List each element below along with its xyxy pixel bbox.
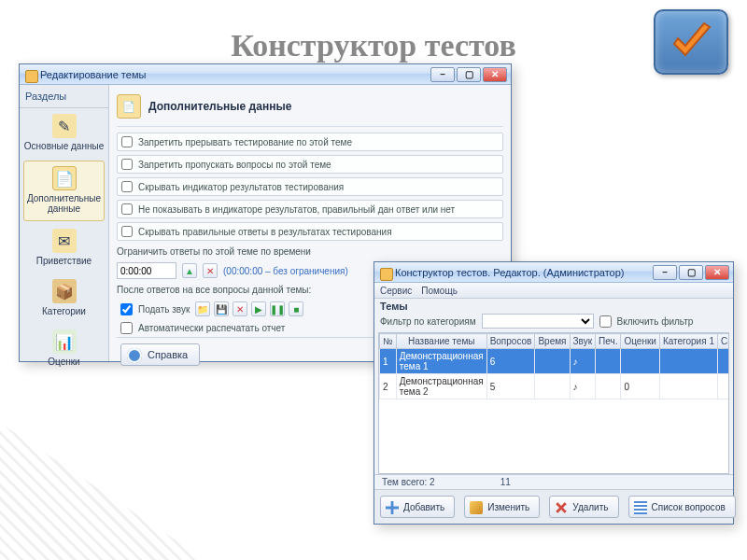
sidebar-item-label: Дополнительные данные: [25, 193, 103, 214]
option-label: Не показывать в индикаторе результатов, …: [138, 204, 455, 215]
question-list-button[interactable]: Список вопросов: [628, 496, 736, 518]
time-input[interactable]: [117, 262, 176, 279]
sidebar-item-label: Приветствие: [36, 256, 92, 266]
option-row[interactable]: Скрывать индикатор результатов тестирова…: [117, 177, 503, 196]
col-header[interactable]: Категория 1: [659, 334, 717, 349]
sound-checkbox[interactable]: [120, 303, 133, 315]
checkmark-badge-icon: [654, 9, 728, 75]
sidebar-item-label: Категории: [42, 306, 86, 316]
save-sound-icon[interactable]: 💾: [214, 301, 229, 316]
sidebar-item-label: Оценки: [48, 357, 79, 367]
help-button[interactable]: Справка: [120, 343, 200, 366]
option-label: Скрывать индикатор результатов тестирова…: [138, 182, 344, 192]
window-title: Конструктор тестов. Редактор. (Администр…: [378, 267, 653, 278]
close-button[interactable]: ✕: [483, 67, 507, 82]
pause-icon[interactable]: ❚❚: [270, 301, 285, 316]
col-header[interactable]: Название темы: [396, 334, 486, 349]
stop-icon[interactable]: ■: [289, 301, 303, 316]
add-button[interactable]: Добавить: [380, 496, 455, 518]
enable-filter-checkbox[interactable]: [599, 315, 612, 328]
col-header[interactable]: №: [380, 334, 397, 349]
checkbox[interactable]: [121, 136, 133, 147]
enable-filter-label: Включить фильтр: [617, 316, 694, 327]
sidebar-header: Разделы: [20, 87, 108, 108]
play-icon[interactable]: ▶: [251, 301, 266, 316]
option-row[interactable]: Скрывать правильные ответы в результатах…: [117, 222, 503, 241]
totals-questions: 11: [500, 477, 511, 487]
maximize-button[interactable]: ▢: [679, 265, 703, 280]
titlebar[interactable]: Конструктор тестов. Редактор. (Администр…: [374, 262, 733, 283]
col-header[interactable]: Печ.: [596, 334, 621, 349]
delete-button[interactable]: Удалить: [549, 496, 618, 518]
sidebar-item-greeting[interactable]: ✉ Приветствие: [20, 223, 108, 273]
option-row[interactable]: Не показывать в индикаторе результатов, …: [117, 200, 503, 218]
after-answers-label: После ответов на все вопросы данной темы…: [117, 285, 311, 295]
window-title: Редактирование темы: [23, 69, 430, 80]
sidebar-item-grades[interactable]: 📊 Оценки: [20, 324, 108, 374]
totals-label: Тем всего: 2: [382, 477, 435, 487]
sidebar-item-categories[interactable]: 📦 Категории: [20, 273, 108, 324]
menu-item[interactable]: Сервис: [380, 286, 412, 296]
option-row[interactable]: Запретить пропускать вопросы по этой тем…: [117, 155, 503, 174]
table-row[interactable]: 2 Демонстрационная тема 2 5 ♪ 0: [380, 374, 730, 399]
grades-icon: 📊: [52, 329, 77, 354]
filter-label: Фильтр по категориям: [380, 316, 476, 327]
note-icon: 📄: [117, 94, 141, 119]
option-label: Запретить прерывать тестирование по этой…: [138, 137, 352, 147]
option-row[interactable]: Запретить прерывать тестирование по этой…: [117, 133, 503, 151]
edit-button[interactable]: Изменить: [464, 496, 540, 518]
col-header[interactable]: Оценки: [621, 334, 659, 349]
titlebar[interactable]: Редактирование темы – ▢ ✕: [20, 64, 511, 85]
col-header[interactable]: Время: [535, 334, 570, 349]
sidebar-item-main-data[interactable]: ✎ Основные данные: [20, 108, 108, 159]
note-icon: 📄: [52, 166, 77, 190]
col-header[interactable]: Скр: [717, 334, 729, 349]
option-label: Запретить пропускать вопросы по этой тем…: [138, 160, 331, 170]
menu-item[interactable]: Помощь: [421, 286, 458, 296]
checkbox[interactable]: [120, 322, 133, 334]
open-sound-icon[interactable]: 📁: [195, 301, 210, 316]
sidebar-item-label: Основные данные: [24, 141, 104, 151]
menubar: Сервис Помощь: [374, 283, 733, 299]
time-hint: (00:00:00 – без ограничения): [223, 266, 348, 276]
decor-stripes: [0, 373, 261, 560]
option-label: Скрывать правильные ответы в результатах…: [138, 227, 392, 237]
minimize-button[interactable]: –: [430, 67, 455, 82]
delete-sound-icon[interactable]: ✕: [233, 301, 247, 316]
checkbox[interactable]: [121, 203, 133, 215]
sound-label: Подать звук: [138, 304, 190, 315]
col-header[interactable]: Вопросов: [486, 334, 535, 349]
time-up-button[interactable]: ▲: [182, 263, 197, 278]
col-header[interactable]: Звук: [570, 334, 596, 349]
box-icon: 📦: [52, 279, 77, 303]
pencil-icon: ✎: [52, 114, 77, 138]
panel-title: Дополнительные данные: [148, 100, 291, 113]
checkbox[interactable]: [121, 181, 133, 192]
toolbar: Добавить Изменить Удалить Список вопросо…: [374, 489, 733, 524]
page-title: Конструктор тестов: [0, 28, 747, 63]
sidebar-item-additional-data[interactable]: 📄 Дополнительные данные: [23, 161, 105, 221]
sidebar: Разделы ✎ Основные данные 📄 Дополнительн…: [20, 85, 109, 361]
time-limit-label: Ограничить ответы по этой теме по времен…: [117, 246, 311, 257]
window-test-list: Конструктор тестов. Редактор. (Администр…: [374, 261, 734, 525]
checkbox[interactable]: [121, 226, 133, 237]
table-row[interactable]: 1 Демонстрационная тема 1 6 ♪: [380, 349, 730, 374]
section-header: Темы: [374, 299, 733, 312]
autoreport-label: Автоматически распечатать отчет: [138, 323, 285, 333]
checkbox[interactable]: [121, 159, 133, 170]
maximize-button[interactable]: ▢: [457, 67, 481, 82]
letter-icon: ✉: [52, 229, 77, 253]
themes-table: № Название темы Вопросов Время Звук Печ.…: [378, 332, 729, 474]
minimize-button[interactable]: –: [653, 265, 677, 280]
time-clear-button[interactable]: ✕: [203, 263, 218, 278]
category-filter-select[interactable]: [482, 314, 594, 329]
close-button[interactable]: ✕: [705, 265, 729, 280]
